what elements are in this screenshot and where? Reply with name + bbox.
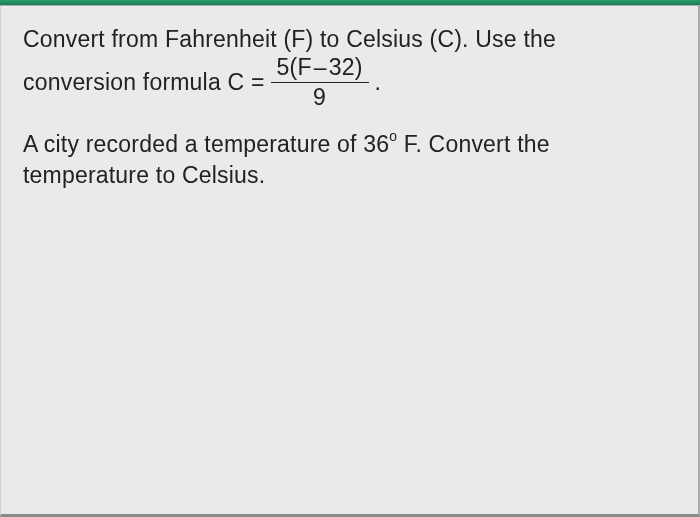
formula-line: conversion formula C = 5(F–32) 9 . [23, 55, 676, 111]
question-line-3b: F. Convert the [397, 131, 550, 157]
degree-symbol: o [389, 129, 397, 144]
question-line-3a: A city recorded a temperature of 36 [23, 131, 389, 157]
numerator-left: 5(F [277, 54, 312, 80]
question-paragraph: A city recorded a temperature of 36o F. … [23, 129, 676, 191]
formula-fraction: 5(F–32) 9 [271, 55, 369, 111]
numerator-minus: – [312, 54, 329, 80]
formula-suffix: . [375, 67, 382, 98]
problem-text: Convert from Fahrenheit (F) to Celsius (… [23, 24, 676, 191]
fraction-numerator: 5(F–32) [271, 55, 369, 82]
numerator-right: 32) [329, 54, 363, 80]
formula-prefix: conversion formula C = [23, 67, 265, 98]
instruction-line-1: Convert from Fahrenheit (F) to Celsius (… [23, 24, 676, 55]
fraction-denominator: 9 [271, 82, 369, 110]
problem-page: Convert from Fahrenheit (F) to Celsius (… [0, 6, 700, 517]
question-line-4: temperature to Celsius. [23, 162, 265, 188]
